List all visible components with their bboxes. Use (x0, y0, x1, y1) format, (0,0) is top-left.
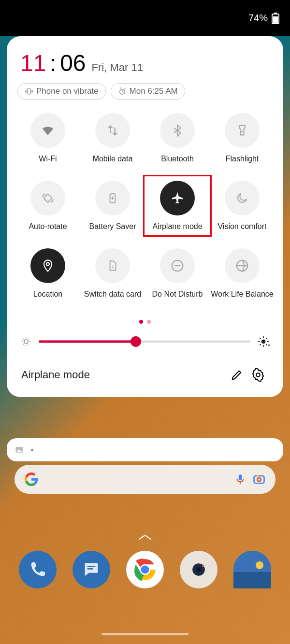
tile-switch-data-card-label: Switch data card (84, 290, 141, 299)
clock-date: Fri, Mar 11 (92, 61, 143, 74)
svg-point-20 (257, 478, 261, 481)
mic-icon[interactable] (234, 473, 246, 486)
highlight-box-airplane (143, 175, 212, 237)
globe-icon (235, 258, 249, 273)
tile-flashlight[interactable]: Flashlight (210, 113, 275, 163)
do-not-disturb-icon (170, 258, 185, 273)
bluetooth-icon (171, 124, 184, 137)
battery-icon (272, 13, 279, 24)
chip-vibrate[interactable]: Phone on vibrate (17, 83, 106, 100)
svg-rect-18 (239, 474, 242, 480)
tile-wifi[interactable]: Wi-Fi (15, 113, 80, 163)
tile-mobile-data-label: Mobile data (93, 155, 133, 163)
svg-rect-1 (274, 13, 277, 14)
mobile-data-icon (106, 124, 119, 137)
vibrate-icon (25, 87, 33, 96)
tile-do-not-disturb-label: Do Not Disturb (152, 290, 203, 299)
footer-label: Airplane mode (21, 369, 226, 381)
svg-point-14 (261, 340, 266, 344)
svg-rect-8 (112, 193, 114, 194)
panel-footer: Airplane mode (15, 358, 275, 388)
tile-mobile-data[interactable]: Mobile data (80, 113, 145, 163)
battery-saver-icon (106, 192, 119, 204)
pencil-icon (230, 368, 244, 382)
chrome-icon (131, 556, 159, 584)
settings-button[interactable] (247, 364, 269, 386)
camera-app[interactable] (180, 551, 218, 588)
clock-separator: : (50, 50, 56, 76)
chrome-app[interactable] (126, 551, 164, 588)
tile-battery-saver-label: Battery Saver (89, 222, 136, 231)
phone-app[interactable] (19, 551, 57, 588)
moon-icon (235, 191, 249, 205)
svg-point-9 (46, 263, 49, 266)
notification-strip[interactable] (7, 438, 283, 461)
tile-auto-rotate[interactable]: Auto-rotate (15, 181, 80, 231)
location-pin-icon (41, 259, 55, 272)
edit-tiles-button[interactable] (226, 364, 247, 386)
tile-location-label: Location (33, 290, 63, 299)
brightness-row: A (15, 330, 275, 358)
gallery-icon (233, 551, 271, 588)
tile-vision-comfort-label: Vision comfort (218, 222, 266, 231)
alarm-clock-icon (118, 87, 127, 96)
google-logo-icon (24, 472, 39, 487)
svg-point-26 (197, 567, 201, 572)
image-icon (14, 445, 24, 455)
chip-row: Phone on vibrate Mon 6:25 AM (15, 83, 275, 108)
tile-do-not-disturb[interactable]: Do Not Disturb (145, 248, 210, 299)
tile-work-life-balance-label: Work Life Balance (211, 290, 274, 299)
gallery-app[interactable] (233, 551, 271, 588)
svg-point-16 (256, 373, 260, 376)
auto-rotate-icon (41, 191, 55, 205)
notification-dot (31, 449, 33, 451)
messages-icon (82, 560, 101, 579)
messages-app[interactable] (72, 551, 110, 588)
page-dot-active (139, 320, 143, 324)
tile-location[interactable]: Location (15, 248, 80, 299)
svg-rect-3 (28, 88, 30, 94)
chip-alarm-label: Mon 6:25 AM (130, 86, 178, 96)
tile-auto-rotate-label: Auto-rotate (29, 222, 67, 231)
page-dot (147, 320, 151, 324)
svg-point-5 (241, 131, 243, 132)
chip-alarm[interactable]: Mon 6:25 AM (111, 83, 185, 100)
wifi-icon (41, 123, 55, 138)
tile-battery-saver[interactable]: Battery Saver (80, 181, 145, 231)
expand-arrow-icon[interactable] (137, 532, 153, 542)
svg-point-13 (24, 340, 28, 343)
clock-row: 11 : 06 Fri, Mar 11 (15, 48, 275, 83)
clock-minutes: 06 (60, 50, 86, 76)
svg-text:A: A (268, 343, 270, 348)
tile-switch-data-card[interactable]: 1 Switch data card (80, 248, 145, 299)
tile-bluetooth[interactable]: Bluetooth (145, 113, 210, 163)
svg-rect-2 (273, 16, 278, 23)
svg-rect-6 (44, 194, 52, 202)
home-indicator[interactable] (102, 633, 188, 635)
tile-bluetooth-label: Bluetooth (161, 155, 194, 163)
tile-work-life-balance[interactable]: Work Life Balance (210, 248, 275, 299)
auto-brightness-icon[interactable]: A (257, 335, 270, 348)
tile-vision-comfort[interactable]: Vision comfort (210, 181, 275, 231)
svg-rect-21 (257, 475, 259, 477)
svg-rect-19 (254, 476, 264, 483)
brightness-slider[interactable] (39, 337, 250, 346)
svg-point-30 (256, 561, 263, 569)
svg-text:1: 1 (111, 263, 114, 269)
app-dock (0, 551, 290, 588)
camera-icon[interactable] (252, 472, 266, 486)
svg-point-27 (202, 565, 204, 567)
page-indicator (15, 302, 275, 330)
flashlight-icon (235, 124, 249, 137)
svg-rect-29 (233, 572, 271, 588)
brightness-low-icon (20, 336, 32, 347)
tile-flashlight-label: Flashlight (226, 155, 259, 163)
camera-app-icon (188, 559, 209, 580)
sim-card-icon: 1 (106, 259, 119, 272)
clock-hours: 11 (20, 50, 46, 76)
battery-percent: 74% (248, 13, 268, 24)
tile-wifi-label: Wi-Fi (39, 155, 57, 163)
google-search-bar[interactable] (14, 465, 276, 494)
status-bar: 74% (0, 0, 290, 36)
gear-icon (251, 368, 265, 382)
